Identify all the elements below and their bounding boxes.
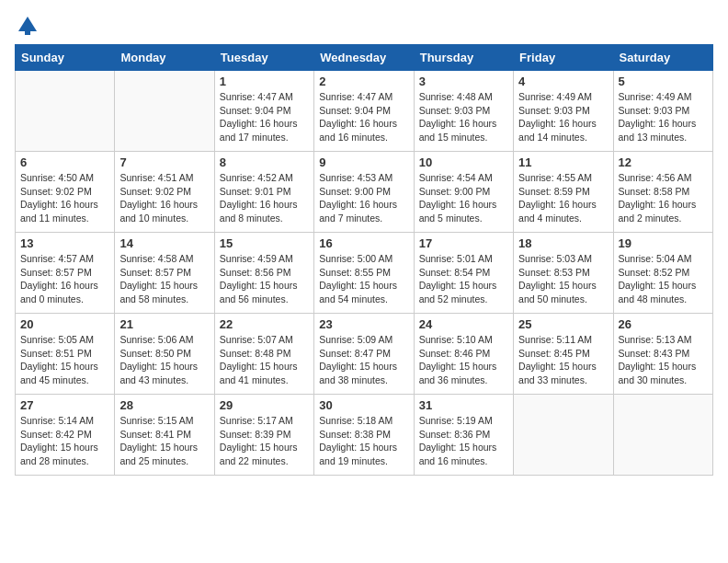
cell-content: Sunrise: 5:03 AM Sunset: 8:53 PM Dayligh… [518,252,608,306]
calendar-cell: 19Sunrise: 5:04 AM Sunset: 8:52 PM Dayli… [613,233,712,314]
day-number: 26 [619,317,708,331]
day-number: 2 [319,75,408,88]
cell-content: Sunrise: 5:18 AM Sunset: 8:38 PM Dayligh… [319,414,408,468]
day-header-wednesday: Wednesday [314,45,414,71]
cell-content: Sunrise: 5:14 AM Sunset: 8:42 PM Dayligh… [20,414,109,468]
calendar-cell: 21Sunrise: 5:06 AM Sunset: 8:50 PM Dayli… [115,314,214,395]
calendar-cell [514,395,613,476]
day-number: 29 [220,398,309,412]
cell-content: Sunrise: 5:09 AM Sunset: 8:47 PM Dayligh… [319,333,408,387]
day-number: 12 [619,155,708,169]
day-number: 31 [419,398,508,412]
calendar-cell: 31Sunrise: 5:19 AM Sunset: 8:36 PM Dayli… [414,395,513,476]
day-number: 19 [619,236,708,250]
cell-content: Sunrise: 4:56 AM Sunset: 8:58 PM Dayligh… [619,171,708,225]
day-number: 7 [119,155,209,169]
cell-content: Sunrise: 4:59 AM Sunset: 8:56 PM Dayligh… [220,252,309,306]
calendar-cell: 29Sunrise: 5:17 AM Sunset: 8:39 PM Dayli… [214,395,313,476]
day-header-sunday: Sunday [16,45,115,71]
calendar-cell: 17Sunrise: 5:01 AM Sunset: 8:54 PM Dayli… [414,233,513,314]
calendar-table: SundayMondayTuesdayWednesdayThursdayFrid… [15,44,713,476]
day-number: 14 [119,236,209,250]
day-number: 3 [419,75,508,88]
day-number: 23 [319,317,408,331]
day-number: 25 [518,317,608,331]
cell-content: Sunrise: 5:11 AM Sunset: 8:45 PM Dayligh… [518,333,608,387]
cell-content: Sunrise: 4:47 AM Sunset: 9:04 PM Dayligh… [319,90,408,144]
calendar-cell: 25Sunrise: 5:11 AM Sunset: 8:45 PM Dayli… [514,314,613,395]
cell-content: Sunrise: 5:17 AM Sunset: 8:39 PM Dayligh… [220,414,309,468]
day-number: 22 [220,317,309,331]
cell-content: Sunrise: 4:54 AM Sunset: 9:00 PM Dayligh… [419,171,508,225]
calendar-cell: 1Sunrise: 4:47 AM Sunset: 9:04 PM Daylig… [214,71,313,152]
day-header-thursday: Thursday [414,45,513,71]
cell-content: Sunrise: 4:51 AM Sunset: 9:02 PM Dayligh… [119,171,209,225]
calendar-cell: 11Sunrise: 4:55 AM Sunset: 8:59 PM Dayli… [514,152,613,233]
cell-content: Sunrise: 5:07 AM Sunset: 8:48 PM Dayligh… [220,333,309,387]
calendar-cell: 24Sunrise: 5:10 AM Sunset: 8:46 PM Dayli… [414,314,513,395]
cell-content: Sunrise: 4:47 AM Sunset: 9:04 PM Dayligh… [220,90,309,144]
calendar-cell: 4Sunrise: 4:49 AM Sunset: 9:03 PM Daylig… [514,71,613,152]
cell-content: Sunrise: 4:52 AM Sunset: 9:01 PM Dayligh… [220,171,309,225]
cell-content: Sunrise: 4:53 AM Sunset: 9:00 PM Dayligh… [319,171,408,225]
cell-content: Sunrise: 5:06 AM Sunset: 8:50 PM Dayligh… [119,333,209,387]
cell-content: Sunrise: 4:49 AM Sunset: 9:03 PM Dayligh… [518,90,608,144]
calendar-cell: 18Sunrise: 5:03 AM Sunset: 8:53 PM Dayli… [514,233,613,314]
day-header-friday: Friday [514,45,613,71]
calendar-cell: 6Sunrise: 4:50 AM Sunset: 9:02 PM Daylig… [16,152,115,233]
calendar-cell: 8Sunrise: 4:52 AM Sunset: 9:01 PM Daylig… [214,152,313,233]
day-number: 4 [518,75,608,88]
calendar-cell: 26Sunrise: 5:13 AM Sunset: 8:43 PM Dayli… [613,314,712,395]
calendar-cell [16,71,115,152]
day-number: 5 [619,75,708,88]
day-number: 11 [518,155,608,169]
cell-content: Sunrise: 5:00 AM Sunset: 8:55 PM Dayligh… [319,252,408,306]
cell-content: Sunrise: 5:15 AM Sunset: 8:41 PM Dayligh… [119,414,209,468]
cell-content: Sunrise: 4:58 AM Sunset: 8:57 PM Dayligh… [119,252,209,306]
cell-content: Sunrise: 4:48 AM Sunset: 9:03 PM Dayligh… [419,90,508,144]
calendar-cell: 15Sunrise: 4:59 AM Sunset: 8:56 PM Dayli… [214,233,313,314]
calendar-cell: 2Sunrise: 4:47 AM Sunset: 9:04 PM Daylig… [314,71,414,152]
calendar-cell: 7Sunrise: 4:51 AM Sunset: 9:02 PM Daylig… [115,152,214,233]
cell-content: Sunrise: 5:10 AM Sunset: 8:46 PM Dayligh… [419,333,508,387]
page-header [15,15,713,37]
day-number: 20 [20,317,109,331]
calendar-cell: 16Sunrise: 5:00 AM Sunset: 8:55 PM Dayli… [314,233,414,314]
cell-content: Sunrise: 5:05 AM Sunset: 8:51 PM Dayligh… [20,333,109,387]
day-number: 16 [319,236,408,250]
day-number: 21 [119,317,209,331]
calendar-cell: 5Sunrise: 4:49 AM Sunset: 9:03 PM Daylig… [613,71,712,152]
calendar-cell: 23Sunrise: 5:09 AM Sunset: 8:47 PM Dayli… [314,314,414,395]
calendar-cell: 3Sunrise: 4:48 AM Sunset: 9:03 PM Daylig… [414,71,513,152]
day-number: 18 [518,236,608,250]
svg-rect-1 [25,31,30,35]
calendar-cell: 30Sunrise: 5:18 AM Sunset: 8:38 PM Dayli… [314,395,414,476]
logo-icon [17,15,39,37]
day-number: 28 [119,398,209,412]
calendar-cell: 12Sunrise: 4:56 AM Sunset: 8:58 PM Dayli… [613,152,712,233]
cell-content: Sunrise: 4:57 AM Sunset: 8:57 PM Dayligh… [20,252,109,306]
calendar-cell: 13Sunrise: 4:57 AM Sunset: 8:57 PM Dayli… [16,233,115,314]
logo [15,15,39,37]
cell-content: Sunrise: 5:01 AM Sunset: 8:54 PM Dayligh… [419,252,508,306]
cell-content: Sunrise: 4:55 AM Sunset: 8:59 PM Dayligh… [518,171,608,225]
calendar-cell: 22Sunrise: 5:07 AM Sunset: 8:48 PM Dayli… [214,314,313,395]
day-number: 30 [319,398,408,412]
calendar-cell: 10Sunrise: 4:54 AM Sunset: 9:00 PM Dayli… [414,152,513,233]
calendar-cell: 27Sunrise: 5:14 AM Sunset: 8:42 PM Dayli… [16,395,115,476]
day-header-monday: Monday [115,45,214,71]
calendar-cell: 9Sunrise: 4:53 AM Sunset: 9:00 PM Daylig… [314,152,414,233]
calendar-cell: 14Sunrise: 4:58 AM Sunset: 8:57 PM Dayli… [115,233,214,314]
calendar-cell: 20Sunrise: 5:05 AM Sunset: 8:51 PM Dayli… [16,314,115,395]
day-header-tuesday: Tuesday [214,45,313,71]
day-number: 17 [419,236,508,250]
day-number: 15 [220,236,309,250]
svg-marker-0 [18,17,37,31]
cell-content: Sunrise: 5:04 AM Sunset: 8:52 PM Dayligh… [619,252,708,306]
calendar-cell: 28Sunrise: 5:15 AM Sunset: 8:41 PM Dayli… [115,395,214,476]
cell-content: Sunrise: 4:50 AM Sunset: 9:02 PM Dayligh… [20,171,109,225]
day-number: 13 [20,236,109,250]
day-number: 24 [419,317,508,331]
day-number: 8 [220,155,309,169]
calendar-cell [115,71,214,152]
